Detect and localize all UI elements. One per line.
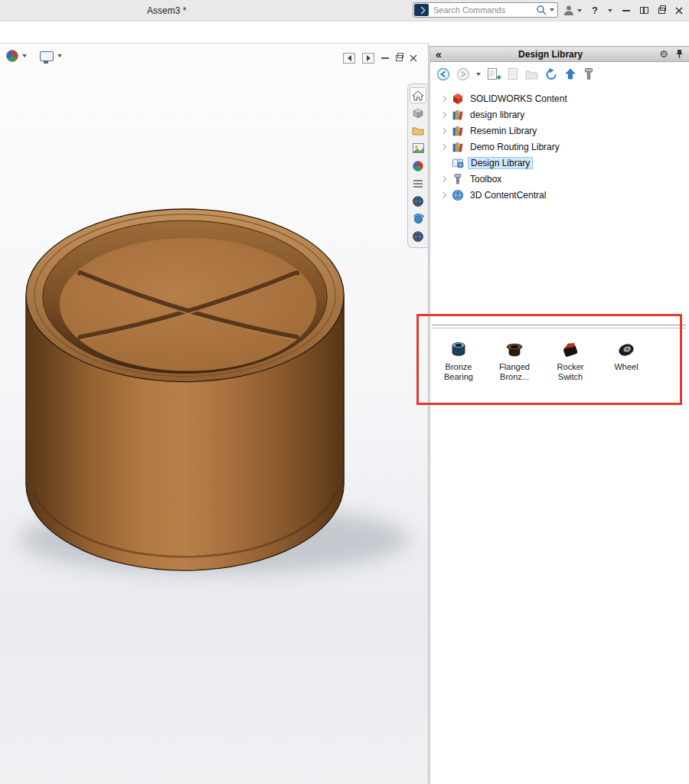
design-library-panel: « Design Library ⚙ [429,46,689,784]
tree-item-solidworks-content[interactable]: SOLIDWORKS Content [430,90,689,106]
solidworks-logo-icon [414,4,429,16]
panel-title: Design Library [442,49,660,60]
tree-item-resemin-library[interactable]: Resemin Library [430,122,689,139]
library-item-label: Bronze [446,362,472,372]
search-input[interactable] [432,5,536,15]
expand-chevron-icon[interactable] [439,145,448,149]
expand-chevron-icon[interactable] [439,96,448,101]
bronze-bearing-3d-model[interactable] [0,44,428,784]
history-caret-icon[interactable] [476,73,481,76]
task-pane-tabstrip [407,83,428,248]
design-library-book-icon [451,157,465,169]
library-item-label: Rocker [557,362,584,372]
library-item-rocker-switch[interactable]: Rocker Switch [546,335,595,382]
next-view-button[interactable] [362,53,374,64]
library-item-label: Bronz... [500,372,529,382]
expand-chevron-icon[interactable] [439,129,448,133]
custom-properties-tab[interactable] [410,175,426,191]
help-button[interactable]: ? [592,5,598,16]
tree-item-label: design library [468,109,527,121]
back-button[interactable] [436,67,450,81]
viewport-topleft-tools [6,50,62,62]
viewport-restore-button[interactable] [396,55,403,61]
library-books-icon [451,109,465,121]
display-caret-icon[interactable] [57,54,62,57]
file-explorer-tab[interactable] [410,122,426,139]
gear-icon[interactable]: ⚙ [659,49,668,59]
list-icon [413,179,423,188]
search-commands-box[interactable] [413,2,558,18]
add-file-location-button[interactable] [508,67,519,81]
title-bar: Assem3 * ? [0,0,689,21]
dark-globe-icon [413,196,423,207]
home-icon [412,90,424,101]
panel-header: « Design Library ⚙ [430,46,689,62]
up-one-level-button[interactable] [564,67,576,80]
solidworks-content-icon [451,93,465,105]
search-icon[interactable] [536,5,547,16]
library-item-label: Bearing [444,372,473,382]
library-item-wheel[interactable]: Wheel [602,335,651,382]
tree-item-3d-contentcentral[interactable]: 3D ContentCentral [430,187,689,203]
home-tab[interactable] [410,87,426,103]
tree-item-label: 3D ContentCentral [468,189,548,201]
search-dropdown-caret-icon[interactable] [550,8,554,11]
previous-view-button[interactable] [343,53,355,64]
user-caret-icon [577,9,582,12]
appearances-tab[interactable] [410,158,426,174]
pin-icon[interactable] [675,49,684,59]
tree-item-label: Resemin Library [468,125,539,137]
user-icon [563,5,575,16]
refresh-button[interactable] [544,67,558,81]
forward-button[interactable] [456,67,470,81]
tree-item-label: Design Library [468,157,533,169]
expand-chevron-icon[interactable] [439,193,448,198]
sync-globe-icon [413,214,424,224]
library-item-bronze-bearing[interactable]: Bronze Bearing [434,335,483,382]
tree-item-design-library-folder[interactable]: design library [430,106,689,122]
toolbox-screw-icon [451,173,465,185]
color-wheel-icon [413,161,423,172]
tree-item-design-library-selected[interactable]: Design Library [430,155,689,171]
appearance-sphere-icon[interactable] [6,50,18,62]
tree-item-demo-routing-library[interactable]: Demo Routing Library [430,139,689,155]
layout-panes-button[interactable] [640,7,648,14]
cube-icon [413,108,423,119]
library-tree: SOLIDWORKS Content design library Resemi… [430,90,689,203]
resources-tab[interactable] [410,105,426,121]
library-item-label: Wheel [614,362,638,372]
viewport-close-button[interactable] [410,54,417,62]
library-item-flanged-bronze[interactable]: Flanged Bronz... [490,335,539,382]
close-button[interactable] [675,7,683,15]
globe-icon [451,189,465,201]
tree-item-label: SOLIDWORKS Content [468,93,570,105]
view-palette-tab[interactable] [410,140,426,156]
appearance-caret-icon[interactable] [22,54,27,57]
flanged-bronze-icon [505,335,524,360]
library-items-grid: Bronze Bearing Flanged Bronz... Rocker S… [434,335,651,382]
collapse-panel-button[interactable]: « [436,49,442,60]
forum-tab[interactable] [410,193,426,209]
folder-icon [412,126,424,136]
sync-tab[interactable] [410,211,426,227]
toolbox-screw-button[interactable] [583,67,595,81]
display-settings-icon[interactable] [40,51,54,61]
graphics-viewport[interactable] [0,43,429,784]
bronze-bearing-icon [449,335,469,360]
minimize-button[interactable] [622,10,630,11]
panel-splitter[interactable] [432,325,686,328]
create-folder-button[interactable] [525,69,538,80]
help-caret-icon[interactable] [608,9,612,12]
expand-chevron-icon[interactable] [439,177,448,181]
tree-item-toolbox[interactable]: Toolbox [430,171,689,187]
central-tab[interactable] [410,228,426,244]
viewport-minimize-button[interactable] [381,57,389,59]
user-account-button[interactable] [563,5,582,16]
tree-item-label: Toolbox [468,173,504,185]
menu-strip [0,21,689,43]
expand-chevron-icon[interactable] [439,113,448,117]
restore-button[interactable] [658,8,665,14]
add-to-library-button[interactable] [487,67,501,81]
window-title: Assem3 * [147,5,186,16]
dark-globe-icon [413,231,423,242]
